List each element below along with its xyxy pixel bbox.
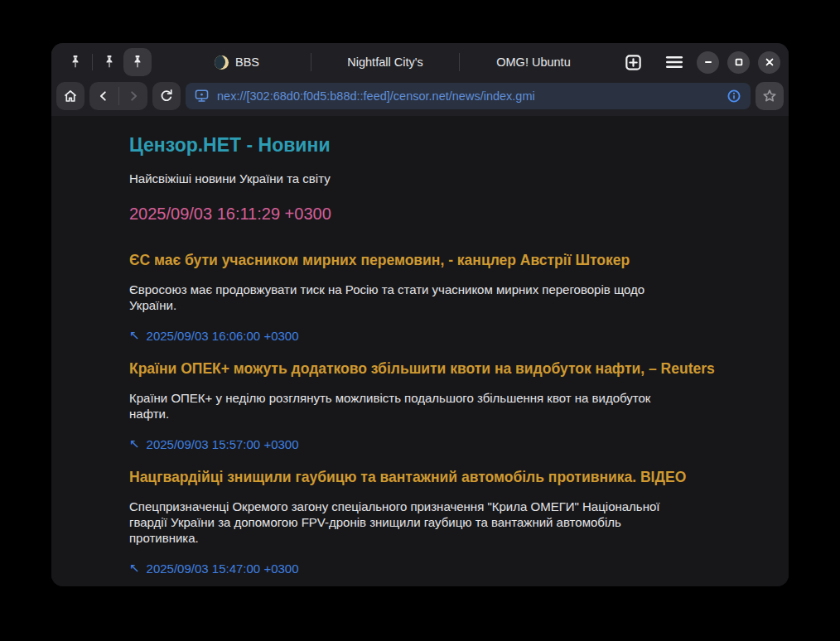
news-item-link[interactable]: ↖ 2025/09/03 16:06:00 +0300 <box>129 329 299 343</box>
minimize-button[interactable] <box>697 51 719 74</box>
close-button[interactable] <box>758 51 780 74</box>
tab-bbs[interactable]: BBS <box>163 43 311 81</box>
plus-square-icon <box>624 53 643 72</box>
info-icon[interactable] <box>726 88 742 104</box>
pin-icon <box>67 54 84 70</box>
news-item-timestamp: 2025/09/03 15:57:00 +0300 <box>147 437 299 451</box>
tab-label: OMG! Ubuntu <box>496 55 570 69</box>
close-icon <box>764 56 775 68</box>
back-forward-group <box>89 82 147 110</box>
updated-heading: 2025/09/03 16:11:29 +0300 <box>129 203 731 224</box>
home-button[interactable] <box>56 82 84 110</box>
reload-button[interactable] <box>152 82 181 110</box>
pin-icon <box>101 54 118 70</box>
tab-label: Nightfall City's <box>347 55 422 69</box>
new-tab-button[interactable] <box>619 48 647 76</box>
page-subtitle: Найсвіжіші новини України та світу <box>129 171 731 186</box>
link-arrow-icon: ↖ <box>129 330 140 342</box>
divider <box>92 54 93 70</box>
link-arrow-icon: ↖ <box>129 562 140 575</box>
news-item: Нацгвардійці знищили гаубицю та вантажни… <box>129 468 731 576</box>
maximize-icon <box>733 56 745 68</box>
menu-button[interactable] <box>660 48 688 76</box>
url-text: nex://[302:68d0:f0d5:b88d::feed]/censor.… <box>217 89 718 103</box>
home-icon <box>62 88 79 104</box>
terminal-monitor-icon <box>194 89 210 104</box>
news-item-summary: Євросоюз має продовжувати тиск на Росію … <box>129 282 678 313</box>
news-item-title: Нацгвардійці знищили гаубицю та вантажни… <box>129 468 731 486</box>
tab-label: BBS <box>235 55 259 69</box>
news-item-summary: Спецпризначенці Окремого загону спеціаль… <box>129 499 678 546</box>
tab-strip: BBS Nightfall City's OMG! Ubuntu <box>163 43 607 81</box>
chevron-right-icon <box>126 89 141 104</box>
link-arrow-icon: ↖ <box>129 438 140 451</box>
address-bar[interactable]: nex://[302:68d0:f0d5:b88d::feed]/censor.… <box>186 83 751 109</box>
pinned-tab-2[interactable] <box>95 48 123 76</box>
tab-omg-ubuntu[interactable]: OMG! Ubuntu <box>460 43 607 81</box>
pinned-tab-1[interactable] <box>61 48 89 76</box>
news-item-link[interactable]: ↖ 2025/09/03 15:57:00 +0300 <box>129 437 299 451</box>
reload-icon <box>158 88 175 104</box>
browser-window: BBS Nightfall City's OMG! Ubuntu <box>51 43 789 586</box>
page-content: Цензор.НЕТ - Новини Найсвіжіші новини Ук… <box>51 116 789 586</box>
moon-icon <box>215 55 229 70</box>
news-item-link[interactable]: ↖ 2025/09/03 15:47:00 +0300 <box>129 561 299 576</box>
back-button[interactable] <box>89 82 118 110</box>
page-title: Цензор.НЕТ - Новини <box>129 133 731 157</box>
news-item: ЄС має бути учасником мирних перемовин, … <box>129 251 731 343</box>
chevron-left-icon <box>96 89 111 104</box>
pinned-tab-3-active[interactable] <box>123 48 152 76</box>
news-item-timestamp: 2025/09/03 15:47:00 +0300 <box>147 561 299 576</box>
news-item-title: ЄС має бути учасником мирних перемовин, … <box>129 251 731 269</box>
minimize-icon <box>702 56 714 68</box>
tab-nightfall-citys[interactable]: Nightfall City's <box>311 43 459 81</box>
maximize-button[interactable] <box>727 51 750 74</box>
pin-icon <box>129 54 146 70</box>
bookmark-button[interactable] <box>756 82 784 110</box>
hamburger-menu-icon <box>664 54 685 70</box>
forward-button[interactable] <box>119 82 148 110</box>
navigation-bar: nex://[302:68d0:f0d5:b88d::feed]/censor.… <box>51 81 789 116</box>
news-item: Країни ОПЕК+ можуть додатково збільшити … <box>129 359 731 451</box>
news-item-title: Країни ОПЕК+ можуть додатково збільшити … <box>129 359 731 378</box>
star-icon <box>761 88 778 104</box>
news-item-summary: Країни ОПЕК+ у неділю розглянуть можливі… <box>129 390 678 422</box>
tab-bar: BBS Nightfall City's OMG! Ubuntu <box>51 43 789 81</box>
news-item-timestamp: 2025/09/03 16:06:00 +0300 <box>147 329 299 343</box>
